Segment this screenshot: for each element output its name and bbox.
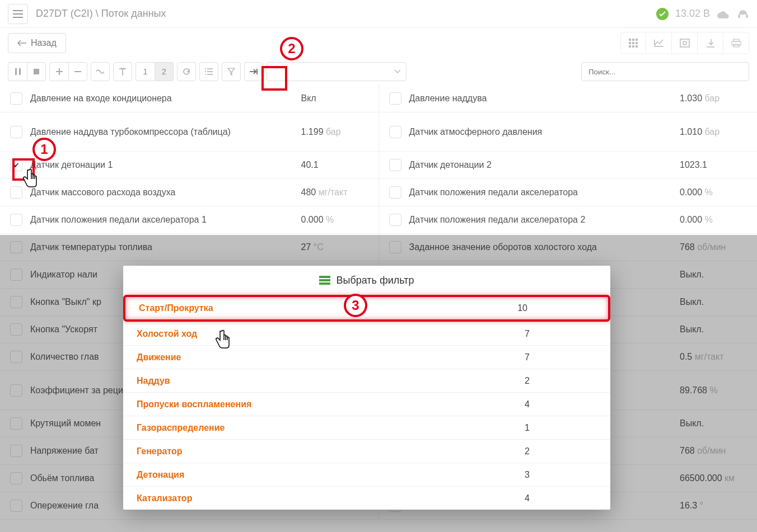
grid-view-button[interactable] <box>620 32 646 54</box>
data-row[interactable]: Датчик положения педали акселератора 20.… <box>379 206 758 234</box>
svg-point-11 <box>683 41 686 45</box>
text-icon <box>119 68 126 76</box>
row-checkbox[interactable] <box>10 126 22 138</box>
row-label: Датчик детонации 2 <box>409 160 672 170</box>
row-value: 1023.1 <box>680 160 747 170</box>
svg-rect-8 <box>632 45 634 48</box>
text-button[interactable] <box>113 62 132 81</box>
list-button[interactable] <box>199 62 218 81</box>
col1-button[interactable]: 1 <box>135 62 155 81</box>
row-label: Датчик положения педали акселератора <box>409 187 672 197</box>
filter-row[interactable]: Холостой ход7 <box>123 322 610 345</box>
row-checkbox[interactable] <box>389 126 401 138</box>
add-button[interactable] <box>49 62 68 81</box>
svg-rect-15 <box>15 68 17 75</box>
svg-rect-9 <box>635 45 638 48</box>
row-checkbox[interactable] <box>389 186 401 199</box>
print-icon <box>731 39 741 48</box>
filter-row[interactable]: Наддув2 <box>123 369 610 392</box>
row-label: Датчик массового расхода воздуха <box>30 187 293 197</box>
row-label: Датчик атмосферного давления <box>409 127 672 137</box>
data-row[interactable]: Давление наддува1.030 бар <box>379 85 758 112</box>
back-button[interactable]: Назад <box>8 33 66 53</box>
col2-button[interactable]: 2 <box>155 62 174 81</box>
data-row[interactable]: Датчик детонации 140.1 <box>0 152 378 179</box>
data-row[interactable]: Датчик положения педали акселератора 10.… <box>0 206 378 234</box>
filter-name: Холостой ход <box>137 329 525 339</box>
row-checkbox[interactable] <box>10 186 22 199</box>
modal-header: Выбрать фильтр <box>123 266 610 295</box>
plus-icon <box>56 68 63 75</box>
filter-row[interactable]: Пропуски воспламенения4 <box>123 392 610 416</box>
back-label: Назад <box>31 38 57 48</box>
filter-row[interactable]: Катализатор4 <box>123 486 610 510</box>
row-checkbox[interactable] <box>389 159 401 171</box>
data-row[interactable]: Датчик детонации 21023.1 <box>379 152 758 179</box>
svg-rect-10 <box>680 39 689 47</box>
data-row[interactable]: Датчик положения педали акселератора0.00… <box>379 179 758 206</box>
pause-icon <box>15 68 21 75</box>
svg-point-21 <box>205 74 206 75</box>
svg-rect-12 <box>733 39 739 41</box>
filter-row[interactable]: Газораспределение1 <box>123 416 610 439</box>
row-checkbox[interactable] <box>389 214 401 226</box>
pause-button[interactable] <box>8 62 27 81</box>
callout-3: 3 <box>344 294 367 317</box>
remove-button[interactable] <box>68 62 87 81</box>
modal-title: Выбрать фильтр <box>336 275 414 286</box>
filter-list-icon <box>319 276 330 285</box>
data-row[interactable]: Датчик атмосферного давления1.010 бар <box>379 112 758 152</box>
chart-button[interactable] <box>646 32 672 54</box>
stop-button[interactable] <box>27 62 46 81</box>
filter-row[interactable]: Генератор2 <box>123 439 610 463</box>
svg-point-19 <box>205 68 206 69</box>
cloud-icon[interactable] <box>717 9 730 19</box>
data-toolbar: 1 2 <box>0 58 757 85</box>
headset-icon[interactable] <box>737 8 749 20</box>
row-value: 40.1 <box>301 160 368 170</box>
svg-rect-2 <box>632 39 634 41</box>
print-button[interactable] <box>723 32 749 54</box>
filter-name: Детонация <box>137 470 525 480</box>
svg-rect-13 <box>732 41 741 45</box>
voltage-unit: В <box>703 8 710 19</box>
row-label: Датчик положения педали акселератора 1 <box>30 215 293 225</box>
status-ok-icon <box>656 8 669 20</box>
refresh-icon <box>183 68 190 76</box>
row-checkbox[interactable] <box>389 92 401 105</box>
filter-count: 3 <box>525 470 597 480</box>
filter-dropdown[interactable] <box>267 62 406 81</box>
hamburger-icon <box>13 10 23 18</box>
filter-button[interactable] <box>222 62 241 81</box>
filter-name: Старт/Прокрутка <box>139 303 517 313</box>
export-icon <box>705 39 716 48</box>
row-value: 480 мг/такт <box>301 187 368 197</box>
stop-icon <box>34 69 39 74</box>
row-value: 1.010 бар <box>680 127 747 137</box>
svg-rect-1 <box>629 39 631 41</box>
svg-point-20 <box>205 71 206 72</box>
breadcrumb: D27DT (C2I) \ Поток данных <box>36 8 166 20</box>
data-row[interactable]: Давление на входе кондиционераВкл <box>0 85 378 112</box>
back-bar: Назад <box>0 28 757 58</box>
filter-row[interactable]: Детонация3 <box>123 463 610 486</box>
capture-button[interactable] <box>672 32 698 54</box>
data-row[interactable]: Датчик массового расхода воздуха480 мг/т… <box>0 179 378 206</box>
filter-count: 2 <box>525 376 597 386</box>
menu-button[interactable] <box>8 4 28 24</box>
data-row[interactable]: Давление наддува турбокомпрессора (табли… <box>0 112 378 152</box>
row-label: Датчик детонации 1 <box>30 160 293 170</box>
filter-count: 7 <box>525 329 597 339</box>
wave-icon <box>96 69 104 74</box>
filter-row[interactable]: Движение7 <box>123 345 610 369</box>
search-input[interactable] <box>581 62 749 81</box>
export-button[interactable] <box>698 32 723 54</box>
wave-button[interactable] <box>91 62 110 81</box>
row-checkbox[interactable] <box>10 92 22 105</box>
go-to-button[interactable] <box>244 62 263 81</box>
row-value: 0.000 % <box>680 187 747 197</box>
row-value: 1.199 бар <box>301 127 368 137</box>
row-checkbox[interactable] <box>10 214 22 226</box>
svg-rect-23 <box>319 279 330 281</box>
refresh-button[interactable] <box>177 62 196 81</box>
